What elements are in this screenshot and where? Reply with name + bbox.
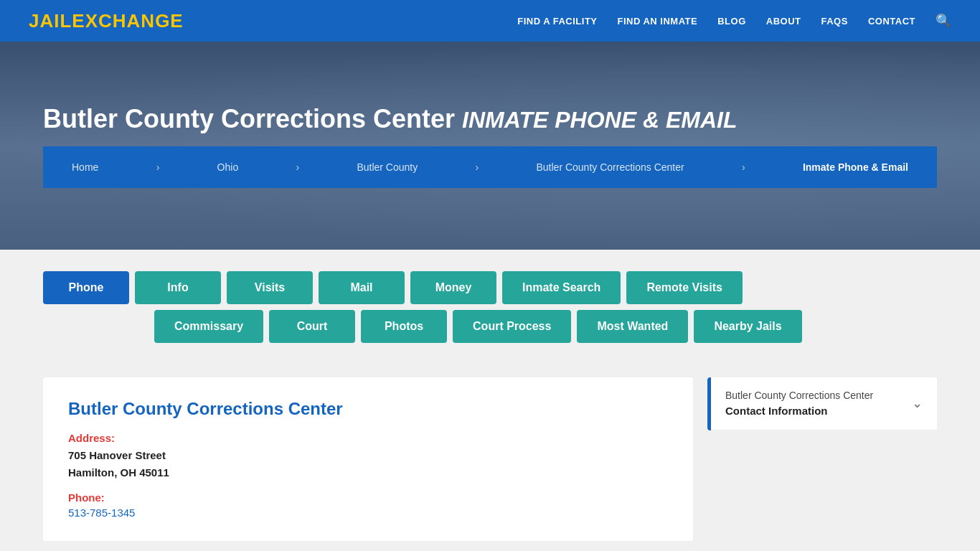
- breadcrumb-current: Inmate Phone & Email: [803, 161, 908, 173]
- phone-number[interactable]: 513-785-1345: [68, 507, 135, 519]
- hero-title-italic: INMATE PHONE & EMAIL: [462, 107, 737, 133]
- tabs-row-1: Phone Info Visits Mail Money Inmate Sear…: [43, 271, 937, 304]
- navigation: JAILEXCHANGE FIND A FACILITY FIND AN INM…: [0, 0, 980, 42]
- breadcrumb-sep-3: ›: [476, 161, 479, 173]
- breadcrumb-ohio[interactable]: Ohio: [217, 161, 239, 173]
- nav-faqs[interactable]: FAQs: [821, 16, 848, 27]
- sidebar-section-title: Contact Information: [725, 403, 873, 418]
- sidebar-card: Butler County Corrections Center Contact…: [707, 377, 937, 430]
- nav-find-inmate[interactable]: FIND AN INMATE: [618, 16, 698, 27]
- logo-exchange: EXCHANGE: [72, 10, 183, 32]
- breadcrumb-sep-4: ›: [742, 161, 745, 173]
- content-section: Butler County Corrections Center Address…: [0, 363, 980, 551]
- tab-remote-visits[interactable]: Remote Visits: [626, 271, 743, 304]
- facility-name-heading: Butler County Corrections Center: [68, 399, 668, 419]
- breadcrumb-sep-1: ›: [156, 161, 160, 173]
- tab-phone[interactable]: Phone: [43, 271, 129, 304]
- logo-jail: JAIL: [29, 10, 72, 32]
- breadcrumb-home[interactable]: Home: [72, 161, 98, 173]
- tab-inmate-search[interactable]: Inmate Search: [502, 271, 621, 304]
- tab-commissary[interactable]: Commissary: [154, 310, 263, 343]
- hero-content: Butler County Corrections Center INMATE …: [43, 103, 937, 187]
- tab-most-wanted[interactable]: Most Wanted: [577, 310, 688, 343]
- nav-blog[interactable]: BLOG: [717, 16, 746, 27]
- sidebar-header-content: Butler County Corrections Center Contact…: [711, 377, 937, 430]
- tab-info[interactable]: Info: [135, 271, 221, 304]
- page-title: Butler County Corrections Center INMATE …: [43, 103, 937, 134]
- address-line-1: 705 Hanover Street: [68, 447, 668, 464]
- tab-mail[interactable]: Mail: [319, 271, 405, 304]
- hero-section: Butler County Corrections Center INMATE …: [0, 42, 980, 250]
- chevron-down-icon[interactable]: ⌄: [912, 395, 923, 411]
- search-icon[interactable]: 🔍: [936, 13, 951, 29]
- tab-photos[interactable]: Photos: [361, 310, 447, 343]
- nav-links: FIND A FACILITY FIND AN INMATE BLOG ABOU…: [517, 13, 951, 29]
- phone-label: Phone:: [68, 491, 668, 504]
- hero-title-main: Butler County Corrections Center: [43, 104, 455, 133]
- tab-nearby-jails[interactable]: Nearby Jails: [694, 310, 801, 343]
- tab-money[interactable]: Money: [410, 271, 496, 304]
- sidebar-header: Butler County Corrections Center Contact…: [707, 377, 937, 430]
- nav-find-facility[interactable]: FIND A FACILITY: [517, 16, 597, 27]
- tabs-row-2: Commissary Court Photos Court Process Mo…: [43, 310, 937, 343]
- breadcrumb-facility[interactable]: Butler County Corrections Center: [536, 161, 684, 173]
- sidebar-facility-name: Butler County Corrections Center: [725, 390, 873, 401]
- breadcrumb: Home › Ohio › Butler County › Butler Cou…: [43, 146, 937, 188]
- tab-court[interactable]: Court: [269, 310, 355, 343]
- address-line-2: Hamilton, OH 45011: [68, 464, 668, 481]
- address-label: Address:: [68, 432, 668, 444]
- breadcrumb-sep-2: ›: [296, 161, 299, 173]
- breadcrumb-butler-county[interactable]: Butler County: [357, 161, 418, 173]
- sidebar-header-text: Butler County Corrections Center Contact…: [725, 389, 873, 418]
- site-logo[interactable]: JAILEXCHANGE: [29, 10, 184, 32]
- nav-contact[interactable]: CONTACT: [868, 16, 915, 27]
- tabs-section: Phone Info Visits Mail Money Inmate Sear…: [0, 250, 980, 363]
- tab-visits[interactable]: Visits: [227, 271, 313, 304]
- main-info-card: Butler County Corrections Center Address…: [43, 377, 693, 541]
- nav-about[interactable]: ABOUT: [766, 16, 801, 27]
- tab-court-process[interactable]: Court Process: [453, 310, 571, 343]
